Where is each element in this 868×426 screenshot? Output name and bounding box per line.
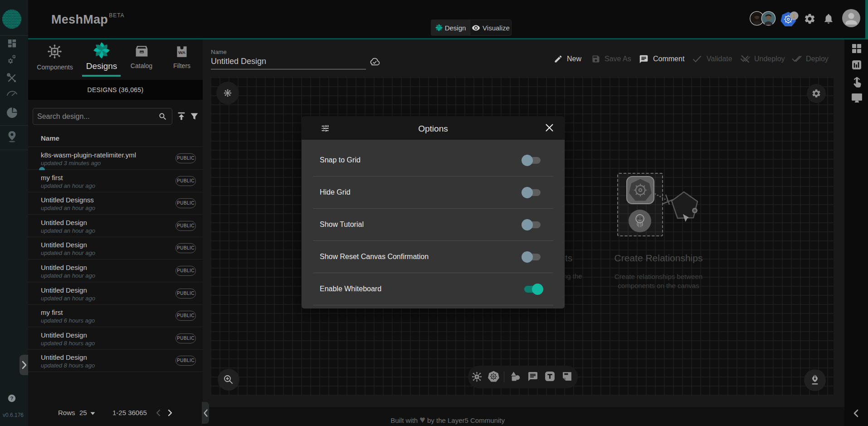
svg-text:WA: WA [178, 50, 185, 55]
svg-text:1: 1 [792, 13, 796, 20]
svg-text:?: ? [10, 396, 14, 401]
